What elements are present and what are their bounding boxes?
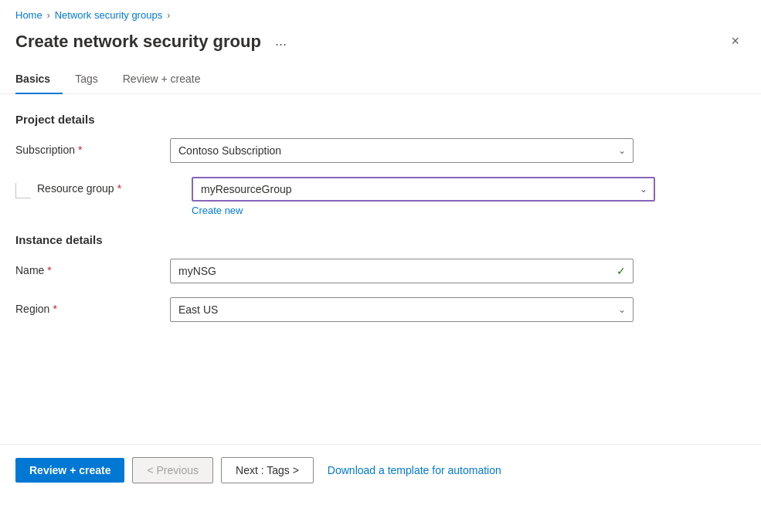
footer: Review + create < Previous Next : Tags >…: [0, 445, 761, 496]
instance-details-title: Instance details: [15, 233, 746, 246]
header-left: Create network security group ...: [15, 32, 291, 52]
download-template-link[interactable]: Download a template for automation: [328, 464, 501, 476]
region-required: *: [53, 303, 56, 315]
name-group: Name * ✓: [15, 259, 746, 283]
name-field-wrapper: ✓: [170, 259, 634, 283]
breadcrumb-home[interactable]: Home: [15, 9, 42, 21]
subscription-group: Subscription * Contoso Subscription ⌄: [15, 138, 746, 163]
resource-group-select[interactable]: myResourceGroup: [192, 177, 655, 202]
review-create-button[interactable]: Review + create: [15, 458, 124, 483]
create-new-link[interactable]: Create new: [192, 205, 243, 216]
ellipsis-button[interactable]: ...: [270, 32, 291, 51]
resource-group-control: myResourceGroup ⌄ Create new: [192, 177, 655, 216]
tabs-container: Basics Tags Review + create: [0, 65, 761, 94]
tab-review-create[interactable]: Review + create: [110, 65, 213, 94]
region-select-wrapper: East US ⌄: [170, 297, 634, 322]
resource-group-group: Resource group * myResourceGroup ⌄ Creat…: [37, 177, 746, 216]
previous-button[interactable]: < Previous: [132, 457, 213, 483]
name-checkmark-icon: ✓: [617, 265, 626, 277]
resource-group-required: *: [117, 182, 121, 195]
subscription-select-wrapper: Contoso Subscription ⌄: [170, 138, 634, 163]
breadcrumb-sep1: ›: [47, 10, 50, 21]
region-control: East US ⌄: [170, 297, 634, 322]
close-button[interactable]: ×: [725, 30, 746, 53]
subscription-required: *: [78, 144, 82, 156]
instance-section: Instance details Name * ✓ Region *: [15, 233, 746, 322]
subscription-select[interactable]: Contoso Subscription: [170, 138, 634, 163]
tab-tags[interactable]: Tags: [63, 65, 110, 94]
name-input[interactable]: [170, 259, 634, 283]
resource-group-label: Resource group *: [37, 177, 192, 195]
main-content: Project details Subscription * Contoso S…: [0, 94, 761, 351]
resource-group-select-wrapper: myResourceGroup ⌄: [192, 177, 655, 202]
page-title: Create network security group: [15, 32, 261, 52]
indent-line: [15, 183, 31, 198]
breadcrumb: Home › Network security groups ›: [0, 0, 761, 27]
resource-group-indent: Resource group * myResourceGroup ⌄ Creat…: [15, 177, 746, 219]
breadcrumb-nsg[interactable]: Network security groups: [55, 9, 162, 21]
name-control: ✓: [170, 259, 634, 283]
subscription-control: Contoso Subscription ⌄: [170, 138, 634, 163]
project-details-title: Project details: [15, 113, 746, 126]
region-select[interactable]: East US: [170, 297, 634, 322]
region-group: Region * East US ⌄: [15, 297, 746, 322]
page-header: Create network security group ... ×: [0, 27, 761, 65]
subscription-label: Subscription *: [15, 138, 170, 156]
name-required: *: [47, 264, 51, 276]
tab-basics[interactable]: Basics: [15, 65, 63, 94]
name-label: Name *: [15, 259, 170, 276]
breadcrumb-sep2: ›: [167, 10, 170, 21]
next-button[interactable]: Next : Tags >: [221, 457, 314, 483]
region-label: Region *: [15, 297, 170, 315]
resource-group-content: Resource group * myResourceGroup ⌄ Creat…: [37, 177, 746, 219]
